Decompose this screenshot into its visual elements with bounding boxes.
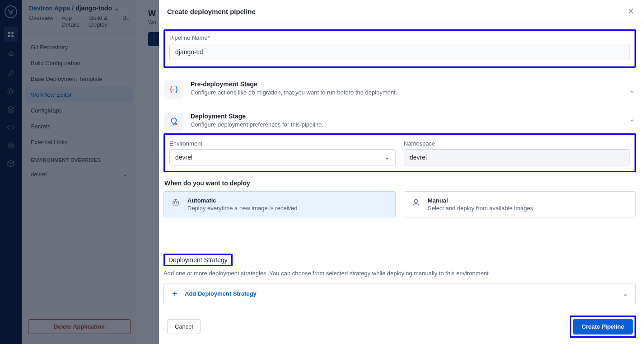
deploy-option-manual[interactable]: Manual Select and deploy from available … [404, 191, 636, 217]
chevron-down-icon: ⌄ [629, 86, 635, 94]
create-pipeline-modal: Create deployment pipeline ✕ Pipeline Na… [159, 0, 644, 344]
pipeline-name-highlight: Pipeline Name* [163, 29, 636, 68]
robot-icon [171, 197, 181, 207]
svg-point-10 [175, 123, 177, 126]
svg-point-8 [173, 90, 174, 90]
svg-rect-11 [173, 201, 178, 205]
cancel-button[interactable]: Cancel [167, 319, 201, 334]
add-strategy-label: Add Deployment Strategy [185, 290, 257, 297]
manual-desc: Select and deploy from available images [428, 205, 533, 212]
add-strategy-button[interactable]: ＋ Add Deployment Strategy ⌄ [163, 283, 636, 304]
auto-title: Automatic [187, 197, 298, 204]
plus-icon: ＋ [171, 289, 178, 298]
namespace-field: devrel [404, 149, 630, 165]
env-highlight: Environment devrel ⌄ Namespace devrel [163, 133, 636, 172]
pipeline-name-label: Pipeline Name* [169, 34, 630, 41]
strategy-header: Deployment Strategy [163, 254, 233, 266]
manual-title: Manual [428, 197, 533, 204]
pipeline-name-input[interactable] [169, 44, 630, 60]
deployment-stage[interactable]: Deployment Stage Configure deployment pr… [163, 106, 636, 133]
braces-icon [164, 80, 183, 99]
user-icon [411, 197, 421, 207]
deploy-option-automatic[interactable]: Automatic Deploy everytime a new image i… [163, 191, 396, 217]
pre-stage-desc: Configure actions like db migration, tha… [191, 89, 622, 96]
svg-point-14 [415, 199, 418, 203]
deploy-icon [164, 113, 183, 132]
pre-stage-title: Pre-deployment Stage [191, 80, 622, 88]
namespace-label: Namespace [404, 140, 630, 147]
modal-title: Create deployment pipeline [167, 8, 256, 15]
dep-stage-title: Deployment Stage [191, 113, 622, 120]
environment-label: Environment [169, 140, 396, 147]
environment-select[interactable]: devrel ⌄ [169, 149, 396, 165]
svg-point-12 [174, 203, 175, 203]
environment-value: devrel [175, 154, 192, 161]
auto-desc: Deploy everytime a new image is received [187, 205, 298, 212]
svg-point-13 [177, 203, 177, 203]
create-pipeline-button[interactable]: Create Pipeline [573, 319, 633, 335]
close-icon[interactable]: ✕ [627, 6, 634, 16]
namespace-value: devrel [410, 154, 427, 161]
create-pipeline-highlight: Create Pipeline [570, 316, 636, 338]
when-deploy-header: When do you want to deploy [164, 179, 636, 187]
svg-point-9 [173, 90, 173, 90]
strategy-sub: Add one or more deployment strategies. Y… [163, 270, 636, 277]
chevron-up-icon: ⌃ [629, 118, 635, 127]
dep-stage-desc: Configure deployment preferences for thi… [191, 121, 622, 128]
chevron-down-icon: ⌄ [622, 289, 628, 298]
chevron-down-icon: ⌄ [384, 154, 390, 161]
pre-deployment-stage[interactable]: Pre-deployment Stage Configure actions l… [163, 74, 636, 106]
